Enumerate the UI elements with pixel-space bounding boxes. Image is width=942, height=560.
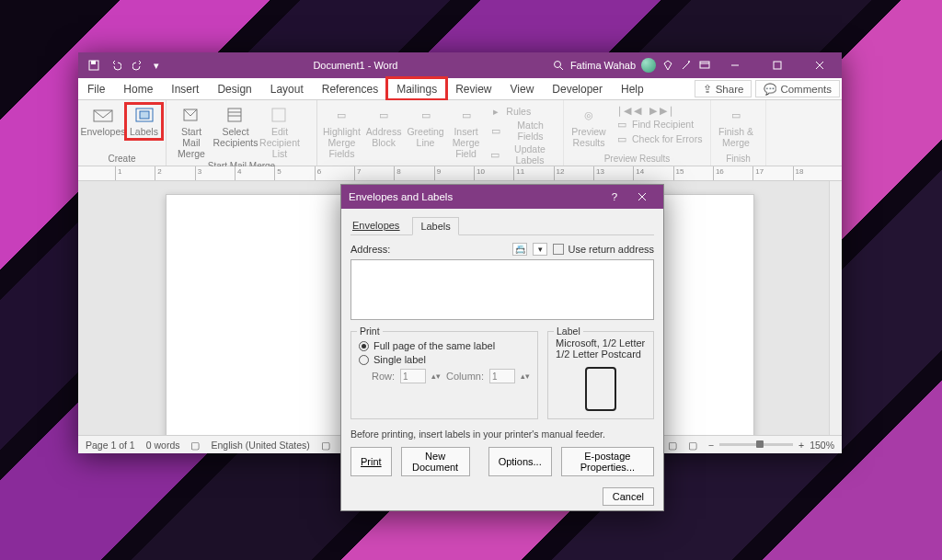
envelopes-button[interactable]: Envelopes (82, 104, 124, 139)
zoom-in-icon[interactable]: + (798, 440, 804, 451)
tab-developer[interactable]: Developer (543, 78, 612, 99)
undo-icon[interactable] (109, 59, 122, 72)
radio-full-page[interactable]: Full page of the same label (359, 340, 530, 351)
svg-rect-18 (272, 109, 285, 121)
label-product: 1/2 Letter Postcard (556, 349, 646, 360)
minimize-button[interactable] (717, 52, 753, 78)
tab-layout[interactable]: Layout (261, 78, 313, 99)
address-book-icon[interactable]: 📇 (512, 243, 527, 256)
epostage-button[interactable]: E-postage Properties... (561, 447, 654, 476)
row-label: Row: (372, 371, 395, 382)
tab-review[interactable]: Review (446, 78, 500, 99)
label-panel[interactable]: Label Microsoft, 1/2 Letter 1/2 Letter P… (547, 331, 654, 419)
comments-button[interactable]: 💬Comments (755, 80, 840, 97)
close-button[interactable] (801, 52, 838, 78)
user-name[interactable]: Fatima Wahab (570, 60, 636, 71)
envelopes-labels-dialog: Envelopes and Labels ? Envelopes Labels … (340, 184, 664, 511)
label-vendor: Microsoft, 1/2 Letter (556, 337, 646, 349)
dialog-tab-envelopes[interactable]: Envelopes (350, 216, 401, 234)
dialog-help-button[interactable]: ? (601, 185, 628, 209)
find-recipient-button: ▭Find Recipient (612, 117, 706, 131)
feeder-hint: Before printing, insert labels in your p… (350, 429, 654, 440)
zoom-slider[interactable] (719, 443, 793, 446)
tab-help[interactable]: Help (612, 78, 653, 99)
page-indicator[interactable]: Page 1 of 1 (86, 440, 135, 451)
comment-icon: 💬 (764, 83, 776, 96)
use-return-address-checkbox[interactable]: Use return address (553, 244, 654, 255)
view-print-icon[interactable]: ▢ (668, 440, 677, 451)
tab-mailings[interactable]: Mailings (387, 78, 446, 99)
highlight-merge-fields-button: ▭ Highlight Merge Fields (321, 104, 362, 161)
language-indicator[interactable]: English (United States) (211, 440, 309, 451)
address-textarea[interactable] (350, 259, 654, 320)
dialog-tabs: Envelopes Labels (350, 216, 654, 235)
start-mail-merge-button[interactable]: Start Mail Merge (170, 104, 213, 161)
rules-button: ▸Rules (486, 104, 559, 119)
preview-results-button: ◎Preview Results (568, 104, 610, 150)
dialog-tab-labels[interactable]: Labels (412, 217, 458, 235)
svg-rect-8 (774, 62, 781, 69)
address-block-button: ▭Address Block (364, 104, 404, 150)
edit-recipient-list-button[interactable]: Edit Recipient List (258, 104, 301, 161)
group-preview-label: Preview Results (564, 154, 710, 166)
ribbon-tabs: File Home Insert Design Layout Reference… (78, 78, 842, 100)
ribbon: Envelopes Labels Create Start Mail Merge… (78, 100, 842, 166)
match-fields-button: ▭Match Fields (486, 119, 559, 143)
share-icon: ⇪ (703, 83, 712, 96)
dialog-close-button[interactable] (628, 185, 656, 209)
svg-line-3 (560, 67, 563, 70)
word-count[interactable]: 0 words (146, 440, 180, 451)
radio-single-label[interactable]: Single label (359, 354, 530, 365)
labels-button[interactable]: Labels (126, 104, 162, 139)
print-section-title: Print (357, 326, 383, 337)
wand-icon[interactable] (680, 59, 693, 72)
svg-rect-1 (91, 61, 96, 64)
print-button[interactable]: Print (350, 447, 392, 476)
new-document-button[interactable]: New Document (401, 447, 470, 476)
svg-rect-13 (140, 111, 149, 119)
cancel-button[interactable]: Cancel (603, 487, 654, 506)
envelope-icon (92, 106, 114, 124)
finish-merge-button: ▭Finish & Merge (715, 104, 757, 150)
column-spinner: 1 (489, 369, 515, 383)
address-dropdown-icon[interactable]: ▾ (533, 243, 547, 256)
spell-check-icon[interactable]: ▢ (190, 440, 200, 451)
share-button[interactable]: ⇪Share (695, 80, 752, 97)
ruler[interactable]: 123456789101112131415161718 (78, 166, 842, 181)
save-icon[interactable] (87, 59, 100, 72)
tab-insert[interactable]: Insert (162, 78, 208, 99)
avatar[interactable] (641, 58, 656, 73)
vertical-scrollbar[interactable] (829, 181, 842, 435)
titlebar: ▾ Document1 - Word Fatima Wahab (78, 52, 842, 78)
macro-icon[interactable]: ▢ (321, 440, 330, 451)
zoom-out-icon[interactable]: − (708, 440, 714, 451)
redo-icon[interactable] (132, 59, 144, 72)
highlight-icon: ▭ (330, 106, 352, 124)
group-finish-label: Finish (711, 154, 765, 166)
tab-file[interactable]: File (78, 78, 114, 99)
maximize-button[interactable] (759, 52, 796, 78)
select-recipients-button[interactable]: Select Recipients (214, 104, 257, 150)
dialog-title: Envelopes and Labels (349, 191, 453, 202)
check-errors-button: ▭Check for Errors (612, 131, 706, 146)
tab-references[interactable]: References (313, 78, 387, 99)
insert-merge-field-button: ▭Insert Merge Field (448, 104, 485, 161)
svg-rect-5 (700, 62, 709, 68)
ribbon-display-icon[interactable] (698, 59, 711, 72)
window-title: Document1 - Word (159, 60, 552, 71)
edit-list-icon (269, 106, 291, 124)
search-icon[interactable] (552, 59, 565, 72)
group-create-label: Create (78, 154, 166, 166)
options-button[interactable]: Options... (488, 447, 552, 476)
diamond-icon[interactable] (661, 59, 674, 72)
tab-design[interactable]: Design (208, 78, 260, 99)
zoom-level[interactable]: 150% (810, 440, 834, 451)
labels-icon (133, 106, 155, 124)
column-label: Column: (446, 371, 484, 382)
tab-home[interactable]: Home (114, 78, 162, 99)
greeting-line-button: ▭Greeting Line (405, 104, 445, 150)
label-preview-icon (585, 367, 616, 411)
tab-view[interactable]: View (501, 78, 544, 99)
svg-rect-15 (228, 109, 241, 121)
view-web-icon[interactable]: ▢ (688, 440, 697, 451)
